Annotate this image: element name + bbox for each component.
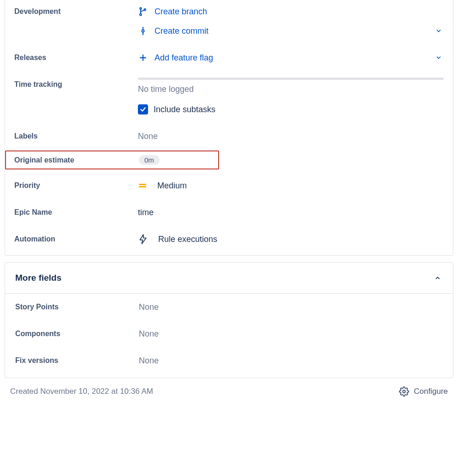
row-fix-versions[interactable]: Fix versions None (5, 347, 453, 378)
create-commit-label: Create commit (155, 26, 208, 36)
time-tracking-widget[interactable]: No time logged (138, 78, 444, 94)
create-branch-link[interactable]: Create branch (138, 5, 444, 18)
commit-icon (138, 26, 148, 36)
add-feature-flag-link[interactable]: Add feature flag (138, 51, 444, 65)
components-value: None (139, 329, 159, 339)
gear-icon (399, 386, 409, 397)
label-components: Components (15, 327, 139, 338)
branch-icon (138, 6, 148, 17)
row-releases: Releases Add feature flag (5, 42, 453, 69)
row-development: Development Create branch (5, 0, 453, 42)
more-fields-title: More fields (15, 273, 433, 283)
automation-value: Rule executions (158, 235, 217, 244)
plus-icon (138, 53, 148, 63)
time-tracking-value: No time logged (138, 84, 444, 94)
row-epic-name[interactable]: Epic Name time (5, 197, 453, 224)
row-time-tracking: Time tracking No time logged Include sub… (5, 69, 453, 121)
original-estimate-value: 0m (139, 155, 160, 165)
row-original-estimate[interactable]: Original estimate 0m (5, 151, 219, 169)
story-points-value: None (139, 302, 159, 312)
more-fields-header[interactable]: More fields (5, 263, 453, 294)
footer: Created November 10, 2022 at 10:36 AM Co… (0, 385, 458, 401)
chevron-down-icon[interactable] (434, 26, 444, 36)
configure-label: Configure (414, 387, 448, 396)
row-automation[interactable]: Automation Rule executions (5, 224, 453, 255)
chevron-down-icon[interactable] (434, 53, 444, 63)
add-feature-flag-label: Add feature flag (155, 53, 213, 63)
epic-name-value: time (138, 208, 154, 217)
label-time-tracking: Time tracking (14, 78, 138, 89)
row-components[interactable]: Components None (5, 320, 453, 347)
lightning-icon (138, 234, 148, 244)
details-panel: Development Create branch (5, 0, 453, 256)
labels-value: None (138, 132, 158, 141)
created-timestamp: Created November 10, 2022 at 10:36 AM (10, 387, 153, 396)
label-releases: Releases (14, 51, 138, 62)
fix-versions-value: None (139, 356, 159, 366)
label-automation: Automation (14, 232, 138, 243)
chevron-up-icon (433, 273, 443, 283)
create-branch-label: Create branch (155, 7, 207, 17)
more-fields-panel: More fields Story Points None Components… (5, 262, 453, 378)
row-priority[interactable]: Priority Medium (5, 172, 453, 197)
priority-value: Medium (157, 181, 187, 191)
label-epic-name: Epic Name (14, 205, 138, 217)
label-priority: Priority (14, 179, 138, 190)
include-subtasks-label: Include subtasks (154, 105, 215, 114)
configure-button[interactable]: Configure (399, 386, 448, 397)
label-story-points: Story Points (15, 300, 139, 311)
row-labels[interactable]: Labels None (5, 121, 453, 148)
label-original-estimate: Original estimate (14, 156, 139, 164)
label-labels: Labels (14, 129, 138, 140)
include-subtasks-checkbox[interactable] (138, 104, 148, 114)
row-story-points[interactable]: Story Points None (5, 294, 453, 320)
create-commit-link[interactable]: Create commit (138, 24, 444, 38)
priority-medium-icon (138, 184, 147, 187)
label-development: Development (14, 5, 138, 16)
time-tracking-bar (138, 78, 444, 80)
svg-point-9 (403, 390, 406, 393)
svg-marker-8 (140, 235, 146, 244)
label-fix-versions: Fix versions (15, 354, 139, 365)
